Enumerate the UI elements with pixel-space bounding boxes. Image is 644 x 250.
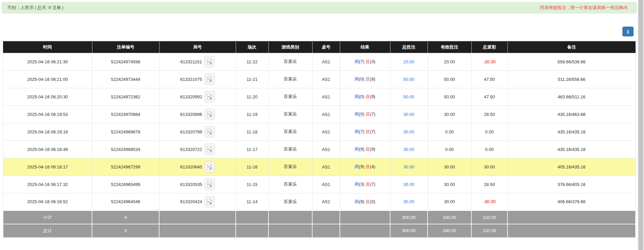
total-bet-link[interactable]: 30.00	[403, 147, 414, 152]
grand-total-row: 总计9300.00240.00132.00	[3, 224, 636, 238]
total-bet-link[interactable]: 50.00	[403, 77, 414, 82]
summary-bar: 币别：人民币 | 总共 :9 注单 | 同局有效投注，统一计算在该局第一张注单内	[2, 2, 637, 13]
cell-game-type: 百家乐	[268, 176, 312, 193]
vertical-scrollbar-track[interactable]	[637, 0, 644, 250]
cell-remark: 463.66/511.16	[507, 88, 636, 105]
player-result-label: 闲	[355, 94, 359, 99]
cell-total-payout: -20.00	[471, 53, 507, 70]
table-row[interactable]: 2025-04-16 06:19:19522424969678613320799…	[3, 123, 636, 140]
video-replay-button[interactable]	[205, 108, 215, 120]
banker-result-label: 庄	[365, 59, 370, 64]
total-bet-link[interactable]: 50.00	[403, 94, 414, 99]
total-bet-link[interactable]: 30.00	[403, 129, 414, 134]
bet-records-table: 时间注单编号局号场次游戏类别桌号结果总投注有效投注总派彩备注 2025-04-1…	[3, 41, 636, 238]
cell-valid-bet: 50.00	[428, 88, 471, 105]
table-row[interactable]: 2025-04-16 06:21:30522424974598613321151…	[3, 53, 636, 70]
round-id-text: 613320535	[180, 182, 202, 187]
video-replay-button[interactable]	[205, 144, 215, 155]
header-cell-session: 场次	[236, 41, 268, 53]
cell-remark: 405.16/435.16	[507, 158, 636, 176]
cell-bet-id: 522424969678	[92, 123, 159, 140]
cell-remark: 558.66/538.66	[507, 53, 636, 70]
vertical-scrollbar-thumb[interactable]	[638, 0, 643, 250]
footer-empty-remark	[507, 224, 636, 238]
cell-time: 2025-04-16 06:19:53	[3, 105, 92, 123]
player-result-score: (9)	[359, 164, 364, 169]
payout-value: 28.50	[484, 112, 495, 117]
cell-valid-bet: 0.00	[428, 140, 471, 158]
video-replay-button[interactable]	[205, 179, 215, 190]
table-row[interactable]: 2025-04-16 06:18:17522424967299613320645…	[3, 158, 636, 176]
header-cell-time: 时间	[3, 41, 92, 53]
video-file-icon	[207, 111, 212, 118]
total-bet-link[interactable]: 20.00	[403, 59, 414, 64]
table-row[interactable]: 2025-04-16 06:21:00522424973444613321075…	[3, 70, 636, 88]
video-replay-button[interactable]	[205, 73, 215, 85]
banker-result-label: 庄	[365, 164, 370, 169]
cell-valid-bet: 0.00	[428, 123, 471, 140]
footer-empty-result	[340, 211, 390, 224]
table-row[interactable]: 2025-04-16 06:20:30522424972362613320992…	[3, 88, 636, 105]
cell-result: 闲(9) 庄(0)	[340, 193, 390, 211]
table-row[interactable]: 2025-04-16 06:17:32522424965499613320535…	[3, 176, 636, 193]
header-cell-bet-id: 注单编号	[92, 41, 159, 53]
footer-empty-session	[236, 224, 268, 238]
payout-value: 0.00	[485, 147, 494, 152]
total-bet-link[interactable]: 30.00	[403, 164, 414, 169]
video-replay-button[interactable]	[205, 91, 215, 102]
video-replay-button[interactable]	[205, 161, 215, 173]
cell-total-payout: 47.50	[471, 70, 507, 88]
video-replay-button[interactable]	[204, 56, 214, 67]
cell-time: 2025-04-16 06:17:32	[3, 176, 92, 193]
footer-empty-table-no	[312, 224, 340, 238]
cell-result: 闲(7) 庄(7)	[340, 123, 390, 140]
cell-result: 闲(0) 庄(9)	[340, 88, 390, 105]
banker-result-label: 庄	[365, 129, 370, 134]
cell-time: 2025-04-16 06:21:30	[3, 53, 92, 70]
cell-remark: 435.16/435.16	[507, 140, 636, 158]
payout-value: 30.00	[484, 164, 495, 169]
table-row[interactable]: 2025-04-16 06:19:53522424970884613320896…	[3, 105, 636, 123]
subtotal-row: 小计9300.00240.00132.00	[3, 211, 636, 224]
payout-value: 47.50	[484, 77, 495, 82]
table-row[interactable]: 2025-04-16 06:16:52522424964046613320424…	[3, 193, 636, 211]
round-id-text: 613321075	[180, 77, 202, 82]
cell-result: 闲(3) 庄(7)	[340, 176, 390, 193]
player-result-score: (7)	[359, 59, 364, 64]
table-row[interactable]: 2025-04-16 06:18:49522424968534613320722…	[3, 140, 636, 158]
payout-value: 0.00	[485, 129, 494, 134]
banker-result-score: (8)	[370, 76, 375, 82]
cell-round-id: 613320896	[159, 105, 236, 123]
cell-session: 11-21	[236, 70, 268, 88]
banker-result-label: 庄	[365, 112, 370, 117]
video-replay-button[interactable]	[205, 196, 215, 208]
total-bet-link[interactable]: 30.00	[403, 182, 414, 187]
cell-game-type: 百家乐	[268, 88, 312, 105]
cell-session: 11-16	[236, 158, 268, 176]
cell-round-id: 613320799	[159, 123, 236, 140]
total-bet-link[interactable]: 30.00	[403, 112, 414, 117]
video-file-icon	[207, 146, 212, 153]
total-bet-link[interactable]: 30.00	[403, 199, 414, 204]
banker-result-score: (9)	[370, 94, 375, 99]
footer-empty-result	[340, 224, 390, 238]
cell-round-id: 613320992	[159, 88, 236, 105]
video-replay-button[interactable]	[205, 126, 215, 137]
payout-notice-text: 同局有效投注，统一计算在该局第一张注单内	[540, 5, 627, 11]
cell-total-payout: -30.00	[471, 193, 507, 211]
cell-total-bet: 30.00	[390, 123, 428, 140]
footer-empty-table-no	[312, 211, 340, 224]
page-1-button[interactable]: 1	[622, 27, 634, 36]
cell-bet-id: 522424967299	[92, 158, 159, 176]
cell-valid-bet: 50.00	[428, 70, 471, 88]
cell-time: 2025-04-16 06:21:00	[3, 70, 92, 88]
cell-table-no: AS1	[312, 123, 340, 140]
player-result-label: 闲	[355, 182, 359, 187]
round-id-text: 613320896	[180, 112, 202, 117]
player-result-label: 闲	[355, 112, 359, 117]
cell-game-type: 百家乐	[268, 158, 312, 176]
cell-table-no: AS1	[312, 158, 340, 176]
cell-total-bet: 20.00	[390, 53, 428, 70]
footer-valid-bet: 240.00	[428, 211, 471, 224]
video-file-icon	[207, 93, 212, 100]
